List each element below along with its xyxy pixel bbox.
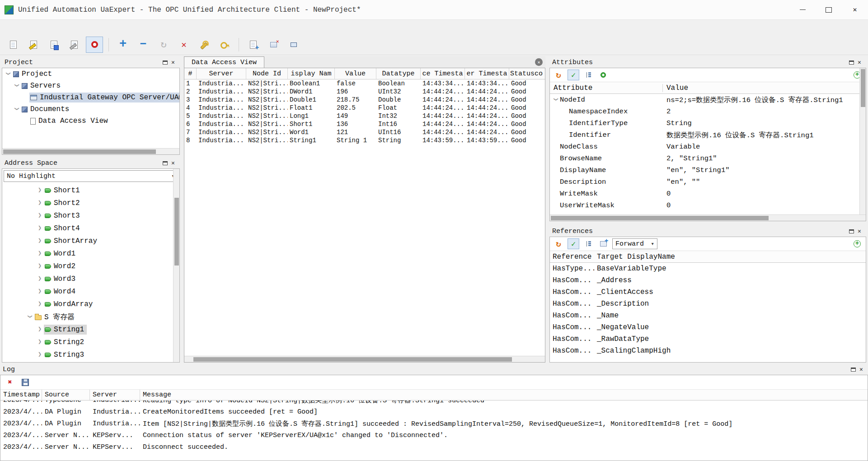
address-space-tree-item[interactable]: String3	[2, 349, 173, 361]
log-row[interactable]: 2023/4/... Server N... KEPServ... Connec…	[0, 429, 868, 441]
column-header-display-name[interactable]: isplay Nam	[288, 68, 335, 79]
attribute-row[interactable]: WriteMask 0	[550, 188, 859, 200]
float-panel-button[interactable]	[849, 365, 857, 373]
attribute-row[interactable]: Identifier 数据类型示例.16 位设备.S 寄存器.String1	[550, 129, 859, 141]
column-header-index[interactable]: #	[184, 68, 197, 79]
expander-icon[interactable]	[13, 81, 21, 90]
reference-row[interactable]: HasCom... _NegateValue	[550, 321, 866, 333]
refresh-attributes-button[interactable]	[553, 70, 564, 80]
address-space-tree-item[interactable]: Word1	[2, 247, 173, 260]
log-row[interactable]: 2023/4/... Server N... KEPServ... Discon…	[0, 441, 868, 453]
column-header-statuscode[interactable]: Statusco	[509, 68, 544, 79]
address-space-tree-item[interactable]: Word3	[2, 273, 173, 285]
project-tree-item[interactable]: Data Access View	[2, 115, 179, 127]
attribute-row[interactable]: NamespaceIndex 2	[550, 106, 859, 117]
column-header-reference[interactable]: Reference	[550, 253, 594, 261]
monitored-item-row[interactable]: 4 Industria... NS2|Stri... Float1 202.5 …	[184, 104, 545, 112]
column-header-attr-value[interactable]: Value	[663, 84, 688, 92]
delete-button[interactable]	[175, 37, 192, 53]
edit-document-button[interactable]	[66, 37, 83, 53]
reference-row[interactable]: HasCom... _Description	[550, 298, 866, 310]
menu-item[interactable]	[3, 25, 14, 29]
new-document-button[interactable]	[5, 37, 22, 53]
expander-icon[interactable]	[36, 262, 44, 271]
connect-server-button[interactable]	[155, 37, 172, 53]
column-header-timestamp[interactable]: Timestamp	[0, 390, 42, 400]
monitored-item-row[interactable]: 3 Industria... NS2|Stri... Double1 218.7…	[184, 96, 545, 104]
cascade-windows-button[interactable]	[285, 37, 302, 53]
scrollbar-thumb[interactable]	[551, 216, 769, 220]
reference-row[interactable]: HasCom... _Address	[550, 275, 866, 286]
column-header-server[interactable]: Server	[197, 68, 246, 79]
add-server-button[interactable]	[114, 37, 131, 53]
project-tree-item[interactable]: Project	[2, 68, 179, 80]
address-space-tree-item[interactable]: Word2	[2, 260, 173, 273]
project-tree-item[interactable]: Servers	[2, 80, 179, 92]
attribute-row[interactable]: IdentifierType String	[550, 117, 859, 129]
column-header-message[interactable]: Message	[140, 390, 868, 400]
menu-item[interactable]	[26, 25, 38, 29]
menu-item[interactable]	[38, 25, 50, 29]
monitored-item-row[interactable]: 7 Industria... NS2|Stri... Word1 121 UIn…	[184, 128, 545, 136]
monitored-item-row[interactable]: 2 Industria... NS2|Stri... DWord1 196 UI…	[184, 88, 545, 96]
column-header-source-timestamp[interactable]: ce Timesta	[421, 68, 465, 79]
settings-button[interactable]	[196, 37, 213, 53]
address-space-tree-item[interactable]: Word4	[2, 285, 173, 298]
expander-icon[interactable]	[36, 338, 44, 347]
column-header-log-server[interactable]: Server	[90, 390, 140, 400]
scrollbar-thumb[interactable]	[861, 69, 865, 107]
direction-dropdown[interactable]: Forward	[612, 238, 657, 249]
monitored-item-row[interactable]: 5 Industria... NS2|Stri... Long1 149 Int…	[184, 112, 545, 120]
expand-panel-button[interactable]	[851, 238, 863, 249]
expander-icon[interactable]	[13, 105, 21, 114]
project-tree-item[interactable]: Documents	[2, 103, 179, 115]
expander-icon[interactable]	[552, 95, 560, 104]
scrollbar-thumb[interactable]	[174, 198, 179, 265]
tab-close-button[interactable]	[535, 58, 543, 66]
monitored-item-row[interactable]: 8 Industria... NS2|Stri... String1 Strin…	[184, 136, 545, 144]
expander-icon[interactable]	[36, 186, 44, 195]
reference-row[interactable]: HasCom... _RawDataType	[550, 333, 866, 345]
column-header-datatype[interactable]: Datatype	[376, 68, 421, 79]
column-header-value[interactable]: Value	[335, 68, 376, 79]
expander-icon[interactable]	[36, 224, 44, 233]
address-space-tree-item[interactable]: String2	[2, 336, 173, 349]
remove-server-button[interactable]	[135, 37, 152, 53]
attribute-row[interactable]: DisplayName "en", "String1"	[550, 164, 859, 176]
monitored-item-row[interactable]: 6 Industria... NS2|Stri... Short1 136 In…	[184, 120, 545, 128]
minimize-button[interactable]	[789, 0, 816, 20]
address-space-tree-item[interactable]: String1	[2, 323, 173, 336]
expander-icon[interactable]	[36, 199, 44, 208]
address-space-vertical-scrollbar[interactable]	[173, 169, 179, 362]
expander-icon[interactable]	[36, 237, 44, 246]
auto-update-button[interactable]	[568, 70, 579, 80]
address-space-tree-item[interactable]: Short3	[2, 210, 173, 222]
address-space-tree-item[interactable]: Short1	[2, 184, 173, 197]
log-row[interactable]: 2023/4/... TypeCache Industria... Readin…	[0, 400, 868, 406]
expander-icon[interactable]	[4, 70, 12, 79]
attribute-row[interactable]: NodeClass Variable	[550, 141, 859, 153]
add-document-button[interactable]	[244, 37, 262, 53]
expander-icon[interactable]	[36, 212, 44, 220]
expander-icon[interactable]	[36, 288, 44, 296]
attributes-vertical-scrollbar[interactable]	[859, 68, 866, 214]
attribute-row[interactable]: Description "en", ""	[550, 176, 859, 188]
address-space-tree-item[interactable]: String4	[2, 361, 173, 362]
remove-document-button[interactable]	[265, 37, 282, 53]
close-panel-button[interactable]	[169, 58, 177, 66]
project-tree-item[interactable]: Industrial Gateway OPC Server/UA@	[2, 92, 179, 103]
address-space-tree-item[interactable]: S 寄存器	[2, 311, 173, 323]
reference-row[interactable]: HasCom... _ScalingClampHigh	[550, 345, 866, 357]
close-panel-button[interactable]	[169, 159, 177, 167]
clear-log-button[interactable]	[4, 377, 16, 388]
scrollbar-thumb[interactable]	[193, 357, 512, 362]
expander-icon[interactable]	[36, 326, 44, 334]
close-panel-button[interactable]	[855, 58, 863, 66]
dav-horizontal-scrollbar[interactable]	[184, 356, 545, 362]
address-space-tree-item[interactable]: WordArray	[2, 298, 173, 311]
address-space-tree-item[interactable]: Short4	[2, 222, 173, 235]
attributes-horizontal-scrollbar[interactable]	[550, 214, 866, 221]
attribute-row[interactable]: BrowseName 2, "String1"	[550, 153, 859, 164]
column-header-target-display-name[interactable]: Target DisplayName	[594, 253, 675, 261]
maximize-button[interactable]	[816, 0, 842, 20]
